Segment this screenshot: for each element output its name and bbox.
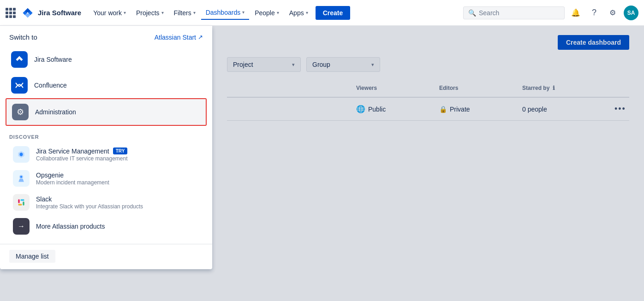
jsm-text: Jira Service Management TRY Collaborativ… — [36, 148, 128, 162]
notifications-button[interactable]: 🔔 — [568, 6, 583, 20]
external-link-icon: ↗ — [198, 34, 203, 41]
nav-item-your-work[interactable]: Your work ▾ — [89, 6, 131, 19]
app-name-confluence: Confluence — [34, 82, 67, 89]
slack-sub: Integrate Slack with your Atlassian prod… — [36, 203, 143, 210]
chevron-down-icon: ▾ — [306, 10, 308, 15]
app-name-jira: Jira Software — [34, 56, 72, 63]
slack-name: Slack — [36, 195, 52, 203]
chevron-down-icon: ▾ — [277, 10, 279, 15]
create-button[interactable]: Create — [316, 6, 351, 20]
panel-footer: Manage list — [0, 244, 212, 269]
opsgenie-text: Opsgenie Modern incident management — [36, 171, 109, 186]
discover-item-more[interactable]: → More Atlassian products — [9, 214, 207, 238]
jsm-name: Jira Service Management — [36, 148, 109, 155]
opsgenie-sub: Modern incident management — [36, 179, 109, 186]
discover-label: DISCOVER — [9, 131, 207, 142]
admin-icon: ⚙ — [12, 104, 29, 120]
search-box[interactable]: 🔍 Search — [463, 6, 565, 19]
search-placeholder: Search — [479, 9, 499, 17]
bell-icon: 🔔 — [571, 8, 580, 17]
nav-items: Your work ▾ Projects ▾ Filters ▾ Dashboa… — [89, 6, 463, 20]
opsgenie-name: Opsgenie — [36, 171, 64, 179]
svg-point-2 — [20, 176, 22, 178]
chevron-down-icon: ▾ — [193, 10, 196, 15]
app-item-jira[interactable]: Jira Software — [6, 47, 207, 72]
nav-item-projects[interactable]: Projects ▾ — [131, 6, 168, 19]
jira-icon — [11, 51, 28, 68]
help-icon: ? — [592, 8, 596, 18]
confluence-icon — [11, 77, 28, 94]
chevron-down-icon: ▾ — [161, 10, 164, 15]
app-item-administration[interactable]: ⚙ Administration — [6, 98, 207, 126]
nav-item-apps[interactable]: Apps ▾ — [285, 6, 313, 19]
nav-logo[interactable]: Jira Software — [21, 6, 81, 19]
nav-right: 🔍 Search 🔔 ? ⚙ SA — [463, 6, 638, 20]
chevron-down-icon: ▾ — [242, 10, 244, 15]
try-badge: TRY — [113, 148, 128, 154]
app-item-confluence[interactable]: Confluence — [6, 72, 207, 98]
search-icon: 🔍 — [468, 9, 476, 17]
more-name: More Atlassian products — [36, 223, 105, 230]
atlassian-start-link[interactable]: Atlassian Start ↗ — [155, 34, 203, 41]
help-button[interactable]: ? — [587, 6, 602, 20]
jsm-icon — [13, 146, 30, 163]
gear-icon: ⚙ — [609, 8, 616, 17]
main-content: Switch to Atlassian Start ↗ Jira Softwar… — [0, 26, 644, 301]
app-list: Jira Software Confluence ⚙ Administratio… — [0, 45, 212, 128]
svg-rect-5 — [23, 201, 24, 205]
panel-header: Switch to Atlassian Start ↗ — [0, 26, 212, 45]
atlassian-start-text: Atlassian Start — [155, 34, 196, 41]
nav-item-filters[interactable]: Filters ▾ — [169, 6, 200, 19]
svg-rect-3 — [18, 199, 19, 203]
chevron-down-icon: ▾ — [124, 10, 126, 15]
logo-text: Jira Software — [38, 9, 81, 17]
discover-item-opsgenie[interactable]: Opsgenie Modern incident management — [9, 166, 207, 190]
app-switcher-dropdown: Switch to Atlassian Start ↗ Jira Softwar… — [0, 26, 212, 269]
discover-items: Jira Service Management TRY Collaborativ… — [9, 142, 207, 240]
jsm-sub: Collaborative IT service management — [36, 155, 128, 162]
manage-list-button[interactable]: Manage list — [9, 250, 55, 263]
more-icon: → — [13, 218, 30, 235]
nav-item-people[interactable]: People ▾ — [250, 6, 284, 19]
slack-text: Slack Integrate Slack with your Atlassia… — [36, 195, 143, 210]
settings-button[interactable]: ⚙ — [605, 6, 620, 20]
discover-item-slack[interactable]: Slack Integrate Slack with your Atlassia… — [9, 190, 207, 214]
svg-rect-4 — [20, 199, 24, 201]
top-nav: Jira Software Your work ▾ Projects ▾ Fil… — [0, 0, 644, 26]
svg-rect-6 — [18, 204, 22, 205]
grid-icon[interactable] — [6, 8, 16, 18]
slack-icon — [13, 194, 30, 211]
discover-section: DISCOVER Jira Service Management TRY — [0, 128, 212, 242]
discover-item-jsm[interactable]: Jira Service Management TRY Collaborativ… — [9, 142, 207, 166]
avatar[interactable]: SA — [624, 6, 638, 20]
nav-item-dashboards[interactable]: Dashboards ▾ — [201, 6, 250, 20]
switch-to-label: Switch to — [9, 33, 37, 41]
opsgenie-icon — [13, 170, 30, 187]
app-name-administration: Administration — [35, 108, 76, 116]
more-text: More Atlassian products — [36, 223, 105, 230]
